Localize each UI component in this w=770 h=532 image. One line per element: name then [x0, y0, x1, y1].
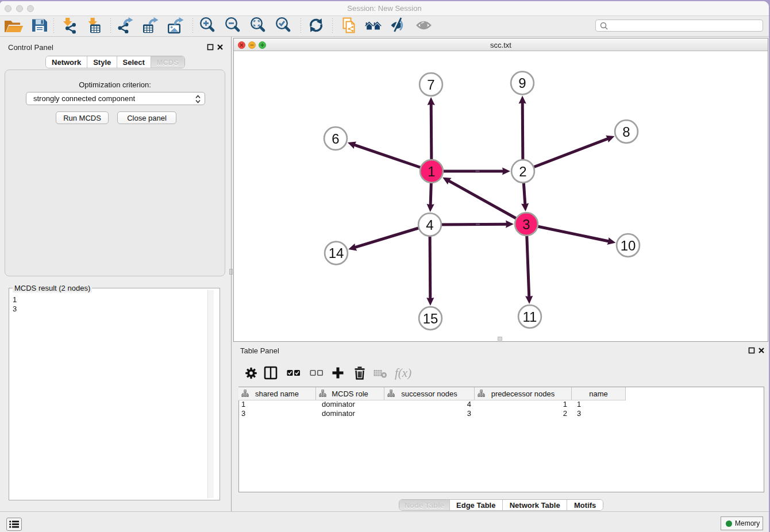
- svg-text:1: 1: [428, 164, 435, 179]
- svg-text:15: 15: [423, 311, 438, 326]
- svg-text:7: 7: [427, 77, 434, 92]
- svg-text:8: 8: [622, 124, 630, 140]
- svg-text:14: 14: [329, 245, 344, 261]
- svg-text:2: 2: [519, 164, 526, 179]
- svg-text:4: 4: [426, 217, 433, 233]
- svg-text:3: 3: [522, 217, 530, 232]
- svg-text:10: 10: [621, 238, 636, 253]
- svg-text:11: 11: [523, 309, 537, 325]
- svg-text:9: 9: [518, 75, 526, 91]
- svg-text:6: 6: [332, 131, 339, 147]
